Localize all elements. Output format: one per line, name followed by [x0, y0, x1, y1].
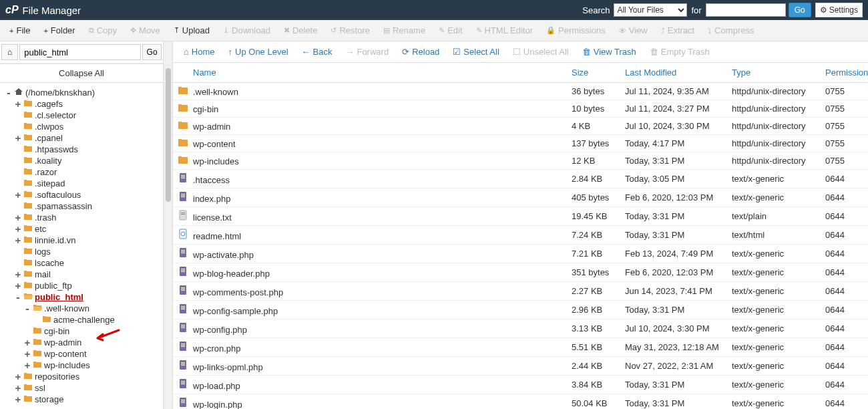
table-row[interactable]: .well-known36 bytesJul 11, 2024, 9:35 AM… [173, 83, 868, 100]
cell-perm: 0644 [821, 338, 868, 357]
tree-toggle-icon[interactable]: + [15, 225, 21, 233]
settings-button[interactable]: ⚙Settings [815, 3, 863, 17]
table-row[interactable]: index.php405 bytesFeb 6, 2020, 12:03 PMt… [173, 188, 868, 207]
tree-razor[interactable]: +.razor [5, 166, 160, 178]
table-row[interactable]: wp-content137 bytesToday, 4:17 PMhttpd/u… [173, 135, 868, 152]
new-file-button[interactable]: +File [3, 21, 37, 40]
col-type-header[interactable]: Type [728, 63, 821, 83]
search-scope-select[interactable]: All Your Files [614, 3, 687, 17]
tree-wpadmin[interactable]: +wp-admin [5, 337, 160, 348]
tree-toggle-icon[interactable]: + [15, 134, 21, 142]
path-input[interactable] [19, 44, 141, 60]
cell-modified: Today, 3:31 PM [621, 226, 728, 245]
table-row[interactable]: wp-cron.php5.51 KBMay 31, 2023, 12:18 AM… [173, 338, 868, 357]
tree-htpasswds[interactable]: +.htpasswds [5, 144, 160, 155]
tree-wellknown[interactable]: -.well-known [5, 303, 160, 314]
col-name-header[interactable]: Name [173, 63, 568, 83]
tree-toggle-icon[interactable]: + [15, 396, 21, 404]
search-input[interactable] [706, 3, 786, 17]
tree-publicftp[interactable]: +public_ftp [5, 280, 160, 291]
tree-toggle-icon[interactable]: + [24, 362, 31, 370]
tree-toggle-icon[interactable]: + [15, 237, 21, 245]
tree-toggle-icon[interactable]: - [24, 305, 31, 313]
nav-up[interactable]: ↑Up One Level [222, 43, 295, 61]
folder-icon [33, 337, 42, 348]
tree-ssl[interactable]: +ssl [5, 382, 160, 394]
tree-cgibin[interactable]: +cgi-bin [5, 325, 160, 337]
tree-cagefs[interactable]: +.cagefs [5, 98, 160, 110]
tree-wpincludes[interactable]: +wp-includes [5, 360, 160, 371]
table-row[interactable]: wp-config.php3.13 KBJul 10, 2024, 3:30 P… [173, 319, 868, 338]
tree-trash[interactable]: +.trash [5, 212, 160, 223]
tree-lscache[interactable]: +lscache [5, 257, 160, 269]
search-go-button[interactable]: Go [789, 3, 811, 17]
file-icon [177, 120, 189, 132]
tree-toggle-icon[interactable]: + [15, 384, 21, 392]
tree-koality[interactable]: +.koality [5, 155, 160, 166]
tree-toggle-icon[interactable]: - [15, 293, 21, 301]
nav-selectall[interactable]: ☑Select All [446, 43, 505, 61]
tree-mail[interactable]: +mail [5, 269, 160, 280]
tree-home[interactable]: -(/home/bknskhan) [5, 87, 160, 98]
cell-size: 3.13 KB [568, 319, 621, 338]
tree-wpcontent[interactable]: +wp-content [5, 348, 160, 360]
table-row[interactable]: wp-load.php3.84 KBToday, 3:31 PMtext/x-g… [173, 376, 868, 394]
table-row[interactable]: wp-links-opml.php2.44 KBNov 27, 2022, 2:… [173, 357, 868, 376]
table-row[interactable]: wp-blog-header.php351 bytesFeb 6, 2020, … [173, 263, 868, 282]
tree-toggle-icon[interactable]: + [15, 271, 21, 279]
table-row[interactable]: cgi-bin10 bytesJul 11, 2024, 3:27 PMhttp… [173, 100, 868, 118]
tree-repositories[interactable]: +repositories [5, 371, 160, 382]
table-row[interactable]: wp-comments-post.php2.27 KBJun 14, 2023,… [173, 282, 868, 301]
tree-spamassassin[interactable]: +.spamassassin [5, 200, 160, 212]
tree-toggle-icon[interactable]: + [15, 191, 21, 199]
folder-tree: -(/home/bknskhan)+.cagefs+.cl.selector+.… [0, 83, 163, 409]
table-row[interactable]: readme.html7.24 KBToday, 3:31 PMtext/htm… [173, 226, 868, 245]
folder-icon [14, 88, 23, 98]
nav-reload[interactable]: ⟳Reload [395, 43, 446, 61]
tree-cpanel[interactable]: +.cpanel [5, 132, 160, 144]
tree-linnie[interactable]: +linnie.id.vn [5, 235, 160, 246]
cell-modified: Today, 3:31 PM [621, 152, 728, 170]
new-folder-button[interactable]: +Folder [37, 21, 81, 40]
tree-toggle-icon[interactable]: + [24, 339, 31, 347]
tree-toggle-icon[interactable]: + [24, 350, 31, 358]
table-row[interactable]: .htaccess2.84 KBToday, 3:05 PMtext/x-gen… [173, 170, 868, 188]
tree-storage[interactable]: +storage [5, 394, 160, 405]
upload-button[interactable]: ⤒Upload [167, 21, 216, 40]
table-row[interactable]: license.txt19.45 KBToday, 3:31 PMtext/pl… [173, 207, 868, 226]
gear-icon: ⚙ [820, 5, 827, 15]
home-icon-button[interactable]: ⌂ [1, 44, 18, 60]
col-modified-header[interactable]: Last Modified [621, 63, 728, 83]
table-row[interactable]: wp-config-sample.php2.96 KBToday, 3:31 P… [173, 301, 868, 319]
nav-back[interactable]: ←Back [295, 43, 339, 61]
table-row[interactable]: wp-activate.php7.21 KBFeb 13, 2024, 7:49… [173, 245, 868, 263]
col-perm-header[interactable]: Permissions [821, 63, 868, 83]
tree-toggle-icon[interactable]: + [15, 373, 21, 381]
tree-toggle-icon[interactable]: + [15, 100, 21, 108]
tree-clselector[interactable]: +.cl.selector [5, 110, 160, 121]
table-row[interactable]: wp-login.php50.04 KBToday, 3:31 PMtext/x… [173, 394, 868, 410]
path-go-button[interactable]: Go [142, 44, 162, 60]
col-size-header[interactable]: Size [568, 63, 621, 83]
svg-rect-36 [181, 346, 185, 347]
tree-sitepad[interactable]: +.sitepad [5, 178, 160, 189]
tree-logs[interactable]: +logs [5, 246, 160, 257]
tree-publichtml[interactable]: -public_html [5, 291, 160, 303]
tree-clwpos[interactable]: +.clwpos [5, 121, 160, 132]
tree-etc[interactable]: +etc [5, 223, 160, 235]
nav-viewtrash[interactable]: 🗑View Trash [576, 43, 643, 61]
table-row[interactable]: wp-includes12 KBToday, 3:31 PMhttpd/unix… [173, 152, 868, 170]
permissions-button: 🔒Permissions [539, 21, 612, 40]
file-icon [177, 191, 189, 204]
tree-softaculous[interactable]: +.softaculous [5, 189, 160, 200]
tree-toggle-icon[interactable]: - [5, 89, 12, 97]
tree-acme[interactable]: +acme-challenge [5, 314, 160, 325]
tree-toggle-icon[interactable]: + [15, 214, 21, 222]
splitter-scrollbar[interactable] [164, 41, 173, 409]
tree-toggle-icon[interactable]: + [15, 282, 21, 290]
cell-size: 2.96 KB [568, 301, 621, 319]
svg-rect-10 [181, 214, 185, 215]
collapse-all-button[interactable]: Collapse All [0, 63, 163, 83]
nav-home[interactable]: ⌂Home [177, 43, 222, 61]
table-row[interactable]: wp-admin4 KBJul 10, 2024, 3:30 PMhttpd/u… [173, 118, 868, 135]
